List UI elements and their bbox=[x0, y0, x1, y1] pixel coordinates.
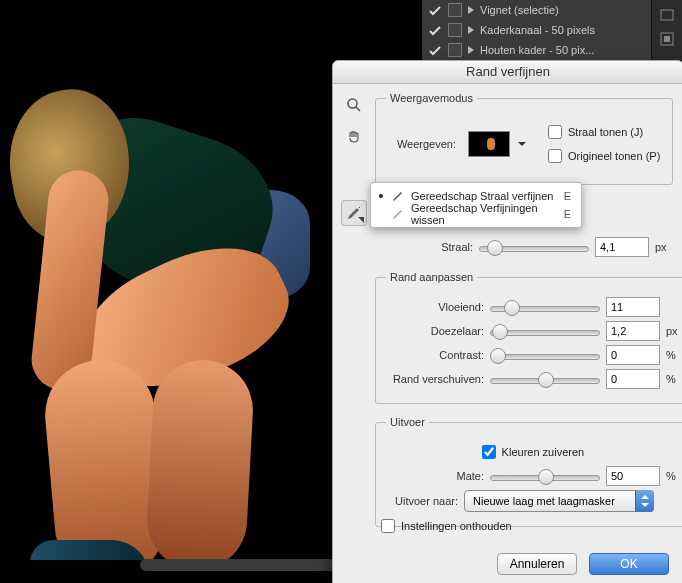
panel-collapsed-icon[interactable] bbox=[658, 30, 676, 48]
radius-input[interactable] bbox=[595, 237, 649, 257]
popup-item-shortcut: E bbox=[564, 208, 571, 220]
popup-item-label: Gereedschap Verfijningen wissen bbox=[411, 202, 558, 226]
visibility-icon[interactable] bbox=[428, 5, 442, 16]
view-label: Weergeven: bbox=[386, 138, 462, 150]
radius-label: Straal: bbox=[375, 241, 479, 253]
refine-brush-tool-button[interactable] bbox=[341, 200, 367, 226]
unit-label: px bbox=[666, 325, 678, 337]
group-label: Rand aanpassen bbox=[386, 271, 477, 283]
hand-tool-button[interactable] bbox=[341, 124, 367, 150]
remember-settings-checkbox[interactable] bbox=[381, 519, 395, 533]
smooth-input[interactable] bbox=[606, 297, 660, 317]
show-radius-checkbox[interactable] bbox=[548, 125, 562, 139]
feather-slider[interactable] bbox=[490, 323, 600, 339]
view-mode-swatch[interactable] bbox=[468, 131, 510, 157]
popup-item-shortcut: E bbox=[564, 190, 571, 202]
amount-label: Mate: bbox=[386, 470, 490, 482]
unit-label: % bbox=[666, 349, 676, 361]
svg-point-3 bbox=[348, 99, 357, 108]
dialog-title[interactable]: Rand verfijnen bbox=[333, 61, 682, 84]
layer-row[interactable]: Kaderkanaal - 50 pixels bbox=[422, 20, 682, 40]
output-to-label: Uitvoer naar: bbox=[386, 495, 464, 507]
panel-collapsed-icon[interactable] bbox=[658, 6, 676, 24]
popup-item-erase-refinements[interactable]: Gereedschap Verfijningen wissen E bbox=[371, 205, 581, 223]
document-canvas[interactable] bbox=[0, 0, 325, 560]
smooth-slider[interactable] bbox=[490, 299, 600, 315]
panel-dock bbox=[651, 0, 682, 60]
layers-panel: Vignet (selectie) Kaderkanaal - 50 pixel… bbox=[422, 0, 682, 60]
contrast-slider[interactable] bbox=[490, 347, 600, 363]
svg-rect-2 bbox=[664, 36, 670, 42]
output-to-select[interactable]: Nieuwe laag met laagmasker bbox=[464, 490, 654, 512]
layer-thumb-icon bbox=[448, 23, 462, 37]
layer-label: Kaderkanaal - 50 pixels bbox=[480, 24, 676, 36]
brush-icon bbox=[391, 189, 405, 203]
disclosure-icon[interactable] bbox=[468, 6, 474, 14]
visibility-icon[interactable] bbox=[428, 45, 442, 56]
remember-settings-row: Instellingen onthouden bbox=[377, 516, 512, 536]
amount-input[interactable] bbox=[606, 466, 660, 486]
remember-settings-label: Instellingen onthouden bbox=[401, 520, 512, 532]
select-stepper-icon[interactable] bbox=[635, 490, 654, 512]
shift-edge-label: Rand verschuiven: bbox=[386, 373, 490, 385]
show-original-label: Origineel tonen (P) bbox=[568, 150, 660, 162]
ok-button[interactable]: OK bbox=[589, 553, 669, 575]
zoom-tool-button[interactable] bbox=[341, 92, 367, 118]
decontaminate-label: Kleuren zuiveren bbox=[502, 446, 585, 458]
adjust-edge-group: Rand aanpassen Vloeiend: Doezelaar: px C… bbox=[375, 271, 682, 404]
layer-row[interactable]: Vignet (selectie) bbox=[422, 0, 682, 20]
layer-thumb-icon bbox=[448, 43, 462, 57]
amount-slider[interactable] bbox=[490, 468, 600, 484]
radius-slider[interactable] bbox=[479, 239, 589, 255]
shift-edge-input[interactable] bbox=[606, 369, 660, 389]
disclosure-icon[interactable] bbox=[468, 26, 474, 34]
unit-label: % bbox=[666, 470, 676, 482]
group-label: Weergavemodus bbox=[386, 92, 477, 104]
popup-item-label: Gereedschap Straal verfijnen bbox=[411, 190, 558, 202]
layer-row[interactable]: Houten kader - 50 pix... bbox=[422, 40, 682, 60]
group-label: Uitvoer bbox=[386, 416, 429, 428]
cutout-figure bbox=[0, 60, 325, 560]
smooth-label: Vloeiend: bbox=[386, 301, 490, 313]
visibility-icon[interactable] bbox=[428, 25, 442, 36]
layer-label: Houten kader - 50 pix... bbox=[480, 44, 676, 56]
layer-label: Vignet (selectie) bbox=[480, 4, 676, 16]
disclosure-icon[interactable] bbox=[468, 46, 474, 54]
eraser-brush-icon bbox=[391, 207, 405, 221]
refine-tool-popup[interactable]: Gereedschap Straal verfijnen E Gereedsch… bbox=[370, 182, 582, 228]
show-radius-label: Straal tonen (J) bbox=[568, 126, 643, 138]
shift-edge-slider[interactable] bbox=[490, 371, 600, 387]
feather-input[interactable] bbox=[606, 321, 660, 341]
output-group: Uitvoer Kleuren zuiveren Mate: % Uitvoer… bbox=[375, 416, 682, 527]
refine-edge-dialog: Rand verfijnen Weergavemodus Weergeven: … bbox=[332, 60, 682, 583]
svg-line-4 bbox=[356, 107, 360, 111]
show-original-checkbox[interactable] bbox=[548, 149, 562, 163]
cancel-button[interactable]: Annuleren bbox=[497, 553, 577, 575]
svg-rect-0 bbox=[661, 10, 673, 20]
contrast-input[interactable] bbox=[606, 345, 660, 365]
chevron-down-icon[interactable] bbox=[518, 142, 526, 146]
contrast-label: Contrast: bbox=[386, 349, 490, 361]
view-mode-group: Weergavemodus Weergeven: Straal tonen (J… bbox=[375, 92, 673, 185]
layer-thumb-icon bbox=[448, 3, 462, 17]
decontaminate-checkbox[interactable] bbox=[482, 445, 496, 459]
unit-label: % bbox=[666, 373, 676, 385]
feather-label: Doezelaar: bbox=[386, 325, 490, 337]
unit-label: px bbox=[655, 241, 667, 253]
